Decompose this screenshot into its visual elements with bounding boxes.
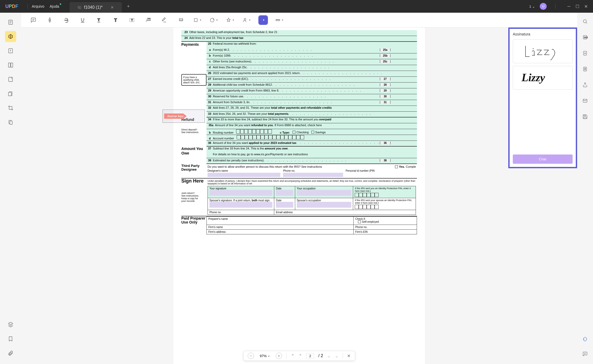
svg-rect-49 — [584, 115, 586, 116]
edit-text-icon[interactable] — [5, 45, 16, 56]
title-bar: UPDF Arquivo Ajuda f1040 (1)* ✕ + 1 ⌄ U … — [0, 0, 593, 13]
comment-icon[interactable] — [29, 16, 38, 24]
bookmark-icon[interactable] — [5, 333, 16, 344]
svg-rect-10 — [8, 92, 11, 96]
svg-rect-25 — [179, 18, 183, 21]
svg-point-37 — [533, 48, 534, 49]
shapes-icon[interactable]: ▼ — [193, 16, 202, 24]
svg-rect-15 — [49, 20, 50, 22]
pages-icon[interactable] — [5, 88, 16, 99]
next-page-button[interactable]: ⌄ — [327, 353, 331, 358]
svg-rect-7 — [11, 63, 13, 67]
page-input[interactable] — [306, 353, 314, 359]
form-icon[interactable] — [5, 74, 16, 85]
close-bar-button[interactable]: ✕ — [347, 353, 351, 358]
signature-panel: Assinatura Lizzy Criar — [508, 28, 577, 168]
eye-off-icon — [78, 6, 81, 9]
squiggly-icon[interactable]: T — [95, 16, 103, 24]
stamp-icon[interactable]: ▼ — [226, 16, 235, 24]
svg-rect-12 — [10, 121, 12, 124]
save-icon[interactable] — [580, 112, 590, 121]
callout-icon[interactable]: T — [144, 16, 152, 24]
new-tab-button[interactable]: + — [127, 4, 130, 9]
layers-icon[interactable] — [5, 319, 16, 330]
sign-here-callout[interactable]: Assinar Aqui — [164, 113, 187, 119]
svg-rect-45 — [585, 69, 586, 70]
page-indicator[interactable]: 1 ⌄ — [529, 4, 535, 8]
eic-note: If you have a qualifying child, attach S… — [181, 74, 206, 86]
svg-text:T: T — [131, 18, 133, 21]
signature-preview-script[interactable]: Lizzy — [513, 66, 573, 90]
tab-close-button[interactable]: ✕ — [111, 5, 114, 10]
zoom-out-button[interactable]: − — [248, 353, 254, 359]
convert-icon[interactable] — [580, 48, 590, 58]
protect-icon[interactable] — [580, 64, 590, 74]
search-icon[interactable] — [580, 17, 590, 26]
chat-icon[interactable] — [580, 349, 590, 359]
tab-title: f1040 (1)* — [84, 5, 102, 10]
svg-rect-48 — [584, 117, 586, 119]
email-icon[interactable] — [580, 96, 590, 106]
menu-help[interactable]: Ajuda — [50, 4, 59, 8]
share-icon[interactable] — [580, 80, 590, 90]
ocr-icon[interactable]: OCR — [580, 33, 590, 42]
svg-point-39 — [583, 20, 586, 23]
signature-panel-title: Assinatura — [513, 32, 573, 36]
tools-icon[interactable] — [5, 117, 16, 128]
prev-page-button[interactable]: ⌃ — [299, 353, 302, 358]
reader-icon[interactable] — [5, 17, 16, 28]
sticker-icon[interactable]: ▼ — [210, 16, 218, 24]
create-signature-button[interactable]: Criar — [513, 154, 573, 164]
left-sidebar — [0, 13, 21, 364]
svg-point-29 — [244, 18, 246, 20]
bottom-navigation-bar: − 97% ▼ + ⌃ ⌃ / 2 ⌄ ⌄ ✕ — [243, 351, 355, 361]
svg-rect-27 — [194, 19, 197, 21]
minimize-button[interactable]: ─ — [567, 4, 571, 8]
person-stamp-icon[interactable]: ▼ — [242, 16, 251, 24]
signature-tool[interactable]: ▼ — [259, 16, 267, 24]
document-tab[interactable]: f1040 (1)* ✕ — [70, 2, 122, 13]
attachment-icon[interactable] — [5, 348, 16, 359]
app-logo: UPDF — [5, 4, 18, 9]
ai-assistant-icon[interactable] — [580, 334, 590, 344]
svg-rect-47 — [583, 99, 587, 102]
svg-rect-6 — [8, 63, 10, 67]
maximize-button[interactable]: ☐ — [576, 4, 579, 8]
right-sidebar: OCR — [577, 13, 593, 364]
document-viewer[interactable]: Assinar Aqui 23 Other taxes, including s… — [21, 28, 577, 364]
svg-text:T: T — [148, 18, 150, 21]
user-avatar[interactable]: U — [540, 3, 547, 10]
crop-icon[interactable] — [5, 102, 16, 113]
svg-point-28 — [210, 18, 214, 22]
last-page-button[interactable]: ⌄ — [335, 353, 338, 358]
annotation-toolbar: T T T T ▼ ▼ ▼ ▼ ▼ ▼ — [21, 13, 577, 28]
menu-file[interactable]: Arquivo — [32, 4, 44, 8]
zoom-in-button[interactable]: + — [276, 353, 282, 359]
svg-text:OCR: OCR — [584, 37, 588, 38]
svg-text:T: T — [114, 17, 117, 22]
svg-rect-8 — [9, 77, 13, 82]
strikethrough-icon[interactable] — [62, 16, 70, 24]
svg-line-40 — [586, 22, 587, 23]
first-page-button[interactable]: ⌃ — [291, 353, 294, 358]
zoom-level[interactable]: 97% ▼ — [258, 354, 272, 358]
pencil-icon[interactable] — [160, 16, 169, 24]
svg-text:Lizzy: Lizzy — [521, 71, 545, 84]
organize-icon[interactable] — [5, 60, 16, 71]
textbox-icon[interactable]: T — [128, 16, 136, 24]
underline-icon[interactable] — [78, 16, 87, 24]
svg-text:T: T — [98, 17, 100, 22]
close-button[interactable]: ✕ — [584, 4, 588, 8]
eraser-icon[interactable] — [177, 16, 185, 24]
svg-rect-44 — [583, 67, 587, 71]
text-icon[interactable]: T — [111, 16, 120, 24]
ruler-icon[interactable]: ▼ — [275, 16, 284, 24]
highlight-icon[interactable] — [46, 16, 54, 24]
signature-preview-handwritten[interactable] — [513, 39, 573, 63]
annotate-icon[interactable] — [5, 31, 16, 42]
